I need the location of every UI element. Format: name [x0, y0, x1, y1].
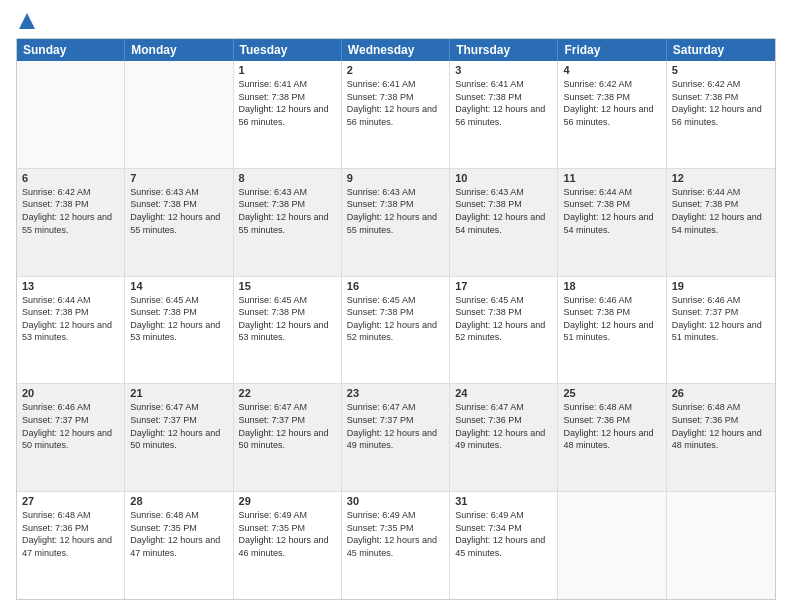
day-number: 19 [672, 280, 770, 292]
cell-info: Sunrise: 6:48 AM Sunset: 7:36 PM Dayligh… [563, 401, 660, 451]
day-number: 30 [347, 495, 444, 507]
day-header-wednesday: Wednesday [342, 39, 450, 61]
day-number: 7 [130, 172, 227, 184]
calendar-cell: 7Sunrise: 6:43 AM Sunset: 7:38 PM Daylig… [125, 169, 233, 276]
calendar-cell: 24Sunrise: 6:47 AM Sunset: 7:36 PM Dayli… [450, 384, 558, 491]
calendar-cell: 12Sunrise: 6:44 AM Sunset: 7:38 PM Dayli… [667, 169, 775, 276]
cell-info: Sunrise: 6:43 AM Sunset: 7:38 PM Dayligh… [130, 186, 227, 236]
cell-info: Sunrise: 6:43 AM Sunset: 7:38 PM Dayligh… [347, 186, 444, 236]
day-number: 6 [22, 172, 119, 184]
cell-info: Sunrise: 6:45 AM Sunset: 7:38 PM Dayligh… [347, 294, 444, 344]
cell-info: Sunrise: 6:44 AM Sunset: 7:38 PM Dayligh… [22, 294, 119, 344]
calendar-cell: 29Sunrise: 6:49 AM Sunset: 7:35 PM Dayli… [234, 492, 342, 599]
calendar-cell: 2Sunrise: 6:41 AM Sunset: 7:38 PM Daylig… [342, 61, 450, 168]
page: SundayMondayTuesdayWednesdayThursdayFrid… [0, 0, 792, 612]
day-number: 2 [347, 64, 444, 76]
calendar-cell: 28Sunrise: 6:48 AM Sunset: 7:35 PM Dayli… [125, 492, 233, 599]
day-number: 25 [563, 387, 660, 399]
calendar-cell: 6Sunrise: 6:42 AM Sunset: 7:38 PM Daylig… [17, 169, 125, 276]
cell-info: Sunrise: 6:45 AM Sunset: 7:38 PM Dayligh… [239, 294, 336, 344]
calendar-cell: 8Sunrise: 6:43 AM Sunset: 7:38 PM Daylig… [234, 169, 342, 276]
day-number: 17 [455, 280, 552, 292]
calendar-cell: 31Sunrise: 6:49 AM Sunset: 7:34 PM Dayli… [450, 492, 558, 599]
day-number: 3 [455, 64, 552, 76]
cell-info: Sunrise: 6:47 AM Sunset: 7:36 PM Dayligh… [455, 401, 552, 451]
day-number: 26 [672, 387, 770, 399]
day-header-monday: Monday [125, 39, 233, 61]
cell-info: Sunrise: 6:43 AM Sunset: 7:38 PM Dayligh… [455, 186, 552, 236]
calendar-cell: 13Sunrise: 6:44 AM Sunset: 7:38 PM Dayli… [17, 277, 125, 384]
day-number: 29 [239, 495, 336, 507]
day-number: 18 [563, 280, 660, 292]
day-number: 22 [239, 387, 336, 399]
svg-marker-0 [19, 13, 35, 29]
logo-triangle-icon [18, 12, 36, 30]
calendar-cell: 4Sunrise: 6:42 AM Sunset: 7:38 PM Daylig… [558, 61, 666, 168]
calendar-cell: 30Sunrise: 6:49 AM Sunset: 7:35 PM Dayli… [342, 492, 450, 599]
calendar-cell: 23Sunrise: 6:47 AM Sunset: 7:37 PM Dayli… [342, 384, 450, 491]
day-number: 21 [130, 387, 227, 399]
day-number: 1 [239, 64, 336, 76]
calendar-cell: 1Sunrise: 6:41 AM Sunset: 7:38 PM Daylig… [234, 61, 342, 168]
calendar-cell: 5Sunrise: 6:42 AM Sunset: 7:38 PM Daylig… [667, 61, 775, 168]
cell-info: Sunrise: 6:43 AM Sunset: 7:38 PM Dayligh… [239, 186, 336, 236]
calendar: SundayMondayTuesdayWednesdayThursdayFrid… [16, 38, 776, 600]
day-number: 27 [22, 495, 119, 507]
cell-info: Sunrise: 6:41 AM Sunset: 7:38 PM Dayligh… [239, 78, 336, 128]
day-number: 5 [672, 64, 770, 76]
cell-info: Sunrise: 6:41 AM Sunset: 7:38 PM Dayligh… [347, 78, 444, 128]
calendar-row: 20Sunrise: 6:46 AM Sunset: 7:37 PM Dayli… [17, 384, 775, 492]
day-number: 9 [347, 172, 444, 184]
cell-info: Sunrise: 6:47 AM Sunset: 7:37 PM Dayligh… [239, 401, 336, 451]
day-number: 8 [239, 172, 336, 184]
day-number: 31 [455, 495, 552, 507]
day-header-saturday: Saturday [667, 39, 775, 61]
calendar-cell: 14Sunrise: 6:45 AM Sunset: 7:38 PM Dayli… [125, 277, 233, 384]
calendar-cell: 19Sunrise: 6:46 AM Sunset: 7:37 PM Dayli… [667, 277, 775, 384]
cell-info: Sunrise: 6:47 AM Sunset: 7:37 PM Dayligh… [347, 401, 444, 451]
day-header-sunday: Sunday [17, 39, 125, 61]
calendar-cell: 16Sunrise: 6:45 AM Sunset: 7:38 PM Dayli… [342, 277, 450, 384]
calendar-body: 1Sunrise: 6:41 AM Sunset: 7:38 PM Daylig… [17, 61, 775, 599]
logo [16, 12, 36, 30]
calendar-cell: 27Sunrise: 6:48 AM Sunset: 7:36 PM Dayli… [17, 492, 125, 599]
calendar-cell [17, 61, 125, 168]
calendar-cell: 22Sunrise: 6:47 AM Sunset: 7:37 PM Dayli… [234, 384, 342, 491]
cell-info: Sunrise: 6:46 AM Sunset: 7:37 PM Dayligh… [672, 294, 770, 344]
cell-info: Sunrise: 6:49 AM Sunset: 7:35 PM Dayligh… [239, 509, 336, 559]
cell-info: Sunrise: 6:44 AM Sunset: 7:38 PM Dayligh… [672, 186, 770, 236]
day-number: 10 [455, 172, 552, 184]
calendar-cell: 10Sunrise: 6:43 AM Sunset: 7:38 PM Dayli… [450, 169, 558, 276]
day-number: 15 [239, 280, 336, 292]
header [16, 12, 776, 30]
cell-info: Sunrise: 6:47 AM Sunset: 7:37 PM Dayligh… [130, 401, 227, 451]
cell-info: Sunrise: 6:45 AM Sunset: 7:38 PM Dayligh… [130, 294, 227, 344]
calendar-cell [558, 492, 666, 599]
day-header-friday: Friday [558, 39, 666, 61]
calendar-cell: 3Sunrise: 6:41 AM Sunset: 7:38 PM Daylig… [450, 61, 558, 168]
calendar-cell: 25Sunrise: 6:48 AM Sunset: 7:36 PM Dayli… [558, 384, 666, 491]
day-number: 23 [347, 387, 444, 399]
calendar-cell: 11Sunrise: 6:44 AM Sunset: 7:38 PM Dayli… [558, 169, 666, 276]
calendar-cell [125, 61, 233, 168]
calendar-row: 27Sunrise: 6:48 AM Sunset: 7:36 PM Dayli… [17, 492, 775, 599]
day-number: 16 [347, 280, 444, 292]
cell-info: Sunrise: 6:45 AM Sunset: 7:38 PM Dayligh… [455, 294, 552, 344]
cell-info: Sunrise: 6:48 AM Sunset: 7:35 PM Dayligh… [130, 509, 227, 559]
cell-info: Sunrise: 6:41 AM Sunset: 7:38 PM Dayligh… [455, 78, 552, 128]
cell-info: Sunrise: 6:42 AM Sunset: 7:38 PM Dayligh… [563, 78, 660, 128]
cell-info: Sunrise: 6:49 AM Sunset: 7:35 PM Dayligh… [347, 509, 444, 559]
calendar-cell: 26Sunrise: 6:48 AM Sunset: 7:36 PM Dayli… [667, 384, 775, 491]
calendar-cell: 9Sunrise: 6:43 AM Sunset: 7:38 PM Daylig… [342, 169, 450, 276]
calendar-row: 1Sunrise: 6:41 AM Sunset: 7:38 PM Daylig… [17, 61, 775, 169]
calendar-cell: 17Sunrise: 6:45 AM Sunset: 7:38 PM Dayli… [450, 277, 558, 384]
day-number: 11 [563, 172, 660, 184]
day-number: 4 [563, 64, 660, 76]
cell-info: Sunrise: 6:44 AM Sunset: 7:38 PM Dayligh… [563, 186, 660, 236]
calendar-row: 13Sunrise: 6:44 AM Sunset: 7:38 PM Dayli… [17, 277, 775, 385]
day-number: 28 [130, 495, 227, 507]
cell-info: Sunrise: 6:42 AM Sunset: 7:38 PM Dayligh… [672, 78, 770, 128]
cell-info: Sunrise: 6:49 AM Sunset: 7:34 PM Dayligh… [455, 509, 552, 559]
day-headers: SundayMondayTuesdayWednesdayThursdayFrid… [17, 39, 775, 61]
cell-info: Sunrise: 6:46 AM Sunset: 7:37 PM Dayligh… [22, 401, 119, 451]
